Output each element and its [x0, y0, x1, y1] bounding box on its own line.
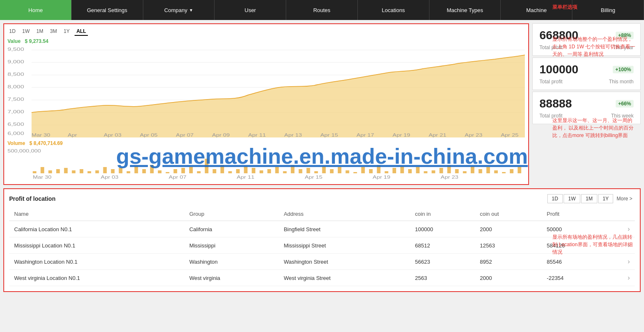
svg-rect-88 — [487, 167, 490, 173]
svg-rect-31 — [40, 167, 44, 173]
navbar: HomeGeneral SettingsCompany ▼UserRoutesL… — [0, 0, 644, 20]
svg-rect-74 — [377, 165, 381, 173]
table-cell: 2563 — [410, 270, 475, 286]
loc-tab-1m[interactable]: 1M — [581, 194, 597, 203]
nav-item-home[interactable]: Home — [0, 0, 72, 20]
table-cell: 8952 — [475, 254, 542, 270]
nav-item-machine-types[interactable]: Machine Types — [429, 0, 501, 20]
profit-number-1: 100000 — [539, 63, 578, 76]
svg-text:7,000: 7,000 — [7, 109, 24, 114]
table-row[interactable]: West virginia Location N0.1West virginia… — [9, 270, 635, 286]
loc-tab-1w[interactable]: 1W — [564, 194, 580, 203]
chart-tab-1w[interactable]: 1W — [20, 27, 31, 36]
svg-rect-72 — [361, 167, 365, 173]
volume-chart: 500,000,000 — [7, 146, 525, 181]
svg-text:Apr 07: Apr 07 — [176, 133, 194, 137]
profit-number-2: 88888 — [539, 97, 572, 110]
profit-card-1: 100000 +100% Total profit This month — [532, 57, 641, 90]
svg-rect-44 — [142, 169, 146, 173]
row-arrow-icon[interactable]: › — [607, 270, 635, 286]
svg-rect-34 — [64, 168, 68, 173]
svg-rect-83 — [447, 165, 451, 173]
svg-rect-60 — [267, 169, 271, 173]
table-cell: -22354 — [542, 270, 607, 286]
chart-tab-1d[interactable]: 1D — [7, 27, 17, 36]
svg-rect-76 — [392, 168, 396, 173]
table-cell: Mississippi — [184, 237, 279, 254]
loc-tab-1y[interactable]: 1Y — [598, 194, 614, 203]
table-header: NameGroupAddresscoin incoin outProfit — [9, 207, 635, 221]
chevron-down-icon: ▼ — [189, 8, 193, 12]
svg-text:Apr 15: Apr 15 — [305, 175, 322, 180]
value-chart-container: 1D1W1M3M1YALL Value $ 9,273.54 9,500 9,0… — [3, 23, 529, 185]
main-section: 1D1W1M3M1YALL Value $ 9,273.54 9,500 9,0… — [0, 20, 644, 188]
table-cell: 2000 — [475, 221, 542, 237]
chart-tab-3m[interactable]: 3M — [48, 27, 59, 36]
svg-rect-81 — [432, 170, 435, 173]
svg-rect-69 — [338, 167, 342, 173]
svg-text:Apr: Apr — [67, 133, 77, 137]
table-row[interactable]: California Location N0.1CaliforniaBingfi… — [9, 221, 635, 237]
svg-rect-42 — [127, 171, 130, 173]
svg-rect-89 — [494, 170, 498, 173]
svg-text:Apr 03: Apr 03 — [101, 175, 119, 180]
svg-rect-84 — [455, 169, 459, 173]
nav-item-user[interactable]: User — [215, 0, 286, 20]
svg-rect-73 — [369, 169, 373, 173]
svg-rect-36 — [80, 169, 83, 173]
col-name: Name — [9, 207, 184, 221]
svg-rect-70 — [346, 170, 349, 173]
chart-tabs: 1D1W1M3M1YALL — [7, 27, 525, 36]
svg-rect-54 — [220, 165, 224, 173]
table-cell: 12563 — [475, 237, 542, 254]
svg-rect-78 — [408, 169, 412, 173]
table-cell: Bingfield Street — [279, 221, 410, 237]
nav-item-general-settings[interactable]: General Settings — [72, 0, 143, 20]
chart-value-amount: $ 9,273.54 — [25, 38, 48, 44]
svg-rect-52 — [205, 159, 209, 173]
table-cell: West virginia — [184, 270, 279, 286]
table-cell: 100000 — [410, 221, 475, 237]
nav-item-routes[interactable]: Routes — [286, 0, 358, 20]
svg-rect-82 — [439, 168, 443, 173]
svg-text:Apr 13: Apr 13 — [284, 133, 302, 137]
svg-rect-47 — [166, 172, 170, 173]
svg-rect-66 — [315, 171, 318, 173]
profit-label-left-1: Total profit — [539, 79, 562, 85]
nav-item-company[interactable]: Company ▼ — [143, 0, 215, 20]
svg-rect-67 — [322, 166, 326, 173]
loc-tab-1d[interactable]: 1D — [547, 194, 563, 203]
svg-rect-48 — [174, 169, 177, 173]
svg-text:Apr 19: Apr 19 — [373, 175, 391, 180]
profit-badge-1: +100% — [613, 66, 634, 73]
location-tabs: 1D1W1M1YMore > — [547, 194, 635, 203]
svg-rect-35 — [72, 170, 76, 173]
loc-tab-more[interactable]: More > — [614, 194, 635, 203]
svg-rect-56 — [236, 169, 240, 173]
location-section: Profit of location 1D1W1M1YMore > NameGr… — [3, 188, 641, 292]
svg-text:Apr 19: Apr 19 — [392, 133, 410, 137]
svg-rect-64 — [299, 169, 302, 173]
svg-text:Apr 25: Apr 25 — [501, 133, 519, 137]
svg-rect-50 — [189, 167, 193, 173]
table-row[interactable]: Washington Location N0.1WashingtonWashin… — [9, 254, 635, 270]
col-profit: Profit — [542, 207, 607, 221]
col-coin-in: coin in — [410, 207, 475, 221]
chart-tab-1m[interactable]: 1M — [35, 27, 45, 36]
col-coin-out: coin out — [475, 207, 542, 221]
table-cell: 85546 — [542, 254, 607, 270]
col-action — [607, 207, 635, 221]
row-arrow-icon[interactable]: › — [607, 254, 635, 270]
svg-rect-65 — [307, 168, 310, 173]
svg-text:Mar 30: Mar 30 — [32, 133, 50, 137]
profit-card-top-1: 100000 +100% — [539, 63, 634, 76]
svg-rect-51 — [197, 171, 201, 173]
table-cell: West virginia Location N0.1 — [9, 270, 184, 286]
nav-item-locations[interactable]: Locations — [358, 0, 429, 20]
svg-text:Mar 30: Mar 30 — [33, 175, 52, 180]
chart-tab-all[interactable]: ALL — [75, 27, 87, 36]
table-row[interactable]: Mississippi Location N0.1MississippiMiss… — [9, 237, 635, 254]
profit-badge-2: +66% — [616, 100, 634, 107]
table-cell: 56623 — [410, 254, 475, 270]
chart-tab-1y[interactable]: 1Y — [62, 27, 72, 36]
